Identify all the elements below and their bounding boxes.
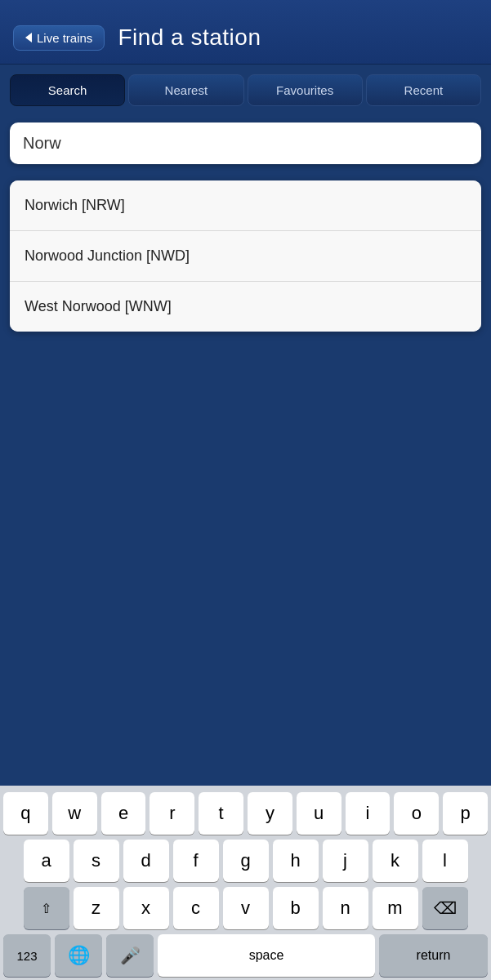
key-v[interactable]: v	[223, 887, 269, 929]
key-a[interactable]: a	[24, 840, 69, 882]
mic-key[interactable]: 🎤	[106, 934, 154, 977]
key-e[interactable]: e	[101, 792, 146, 835]
key-n[interactable]: n	[323, 887, 368, 929]
tab-favourites[interactable]: Favourites	[248, 74, 363, 106]
search-input[interactable]	[10, 122, 481, 164]
key-r[interactable]: r	[150, 792, 194, 835]
backspace-key[interactable]: ⌫	[422, 887, 468, 929]
key-i[interactable]: i	[346, 792, 391, 835]
page-title: Find a station	[118, 24, 261, 51]
tab-search[interactable]: Search	[10, 74, 125, 106]
key-c[interactable]: c	[173, 887, 219, 929]
key-m[interactable]: m	[373, 887, 418, 929]
key-l[interactable]: l	[422, 840, 468, 882]
list-item[interactable]: Norwich [NRW]	[10, 180, 481, 231]
key-f[interactable]: f	[173, 840, 219, 882]
return-key[interactable]: return	[379, 934, 488, 977]
key-d[interactable]: d	[123, 840, 169, 882]
search-container	[0, 116, 491, 174]
tab-recent[interactable]: Recent	[366, 74, 481, 106]
space-key[interactable]: space	[158, 934, 375, 977]
key-q[interactable]: q	[3, 792, 48, 835]
list-item[interactable]: Norwood Junction [NWD]	[10, 231, 481, 282]
key-b[interactable]: b	[273, 887, 319, 929]
back-button[interactable]: Live trains	[13, 25, 105, 51]
keyboard-row-1: q w e r t y u i o p	[3, 792, 488, 835]
keyboard: q w e r t y u i o p a s d f g h j k l ⇧	[0, 786, 491, 980]
key-g[interactable]: g	[223, 840, 269, 882]
shift-key[interactable]: ⇧	[24, 887, 69, 929]
key-x[interactable]: x	[123, 887, 169, 929]
key-s[interactable]: s	[74, 840, 119, 882]
app-container: Live trains Find a station Search Neares…	[0, 0, 491, 980]
key-y[interactable]: y	[248, 792, 292, 835]
key-t[interactable]: t	[199, 792, 243, 835]
header: Live trains Find a station	[0, 0, 491, 65]
key-w[interactable]: w	[52, 792, 97, 835]
globe-icon: 🌐	[68, 945, 90, 966]
key-u[interactable]: u	[297, 792, 341, 835]
backspace-icon: ⌫	[434, 898, 457, 918]
key-h[interactable]: h	[273, 840, 319, 882]
key-p[interactable]: p	[443, 792, 488, 835]
tab-bar: Search Nearest Favourites Recent	[0, 65, 491, 116]
mic-icon: 🎤	[120, 946, 141, 965]
back-button-label: Live trains	[37, 31, 92, 45]
key-z[interactable]: z	[74, 887, 119, 929]
back-arrow-icon	[25, 33, 32, 42]
results-list: Norwich [NRW] Norwood Junction [NWD] Wes…	[10, 180, 481, 332]
keyboard-row-4: 123 🌐 🎤 space return	[3, 934, 488, 977]
key-o[interactable]: o	[394, 792, 439, 835]
key-k[interactable]: k	[373, 840, 418, 882]
shift-icon: ⇧	[41, 901, 51, 916]
number-key[interactable]: 123	[3, 934, 51, 977]
keyboard-row-2: a s d f g h j k l	[3, 840, 488, 882]
globe-key[interactable]: 🌐	[55, 934, 102, 977]
tab-nearest[interactable]: Nearest	[128, 74, 243, 106]
content-spacer	[0, 341, 491, 786]
keyboard-row-3: ⇧ z x c v b n m ⌫	[3, 887, 488, 929]
key-j[interactable]: j	[323, 840, 368, 882]
list-item[interactable]: West Norwood [WNW]	[10, 282, 481, 332]
